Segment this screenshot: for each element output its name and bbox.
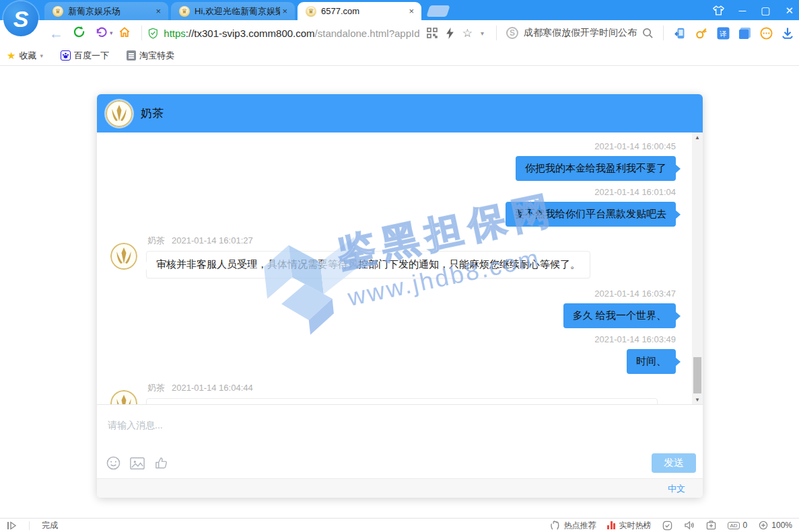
bookmark-baidu[interactable]: 百度一下: [61, 50, 109, 62]
scroll-up-arrow[interactable]: ▲: [692, 132, 703, 142]
language-link[interactable]: 中文: [668, 484, 685, 494]
tab-1[interactable]: ♛ 新葡京娱乐场 ×: [44, 2, 168, 20]
chat-input-area: 发送: [97, 404, 703, 478]
agent-message-bubble: 审核并非客服人员受理，具体情况需要等待风控部门下发的通知，只能麻烦您继续耐心等候…: [146, 251, 590, 278]
search-box[interactable]: S 成都寒假放假开学时间公布: [502, 27, 658, 39]
browser-statusbar: 完成 热点推荐 实时热榜 AD 0 100%: [0, 518, 799, 532]
screenshot-icon[interactable]: [706, 521, 716, 530]
scrollbar-thumb[interactable]: [693, 357, 701, 393]
site-favicon: ♛: [306, 6, 316, 17]
minimize-button[interactable]: ─: [739, 5, 746, 15]
message-timestamp: 2021-01-14 16:00:45: [594, 141, 676, 151]
chat-header: 奶茶: [97, 94, 703, 132]
undo-icon[interactable]: [95, 26, 108, 40]
agent-avatar: [106, 100, 133, 127]
message-timestamp: 2021-01-14 16:03:49: [594, 334, 676, 344]
security-check-icon[interactable]: [662, 521, 672, 531]
site-favicon: ♛: [179, 6, 190, 17]
send-to-phone-icon[interactable]: [674, 27, 687, 40]
clipboard-collect-icon[interactable]: [738, 27, 751, 40]
bookmarks-bar: ★ 收藏 ▾ 百度一下 淘宝特卖: [0, 46, 799, 66]
address-dropdown-caret[interactable]: ▾: [481, 30, 484, 37]
favorites-caret-icon: ▾: [40, 52, 43, 59]
agent-avatar: [110, 390, 137, 404]
tab-title: 6577.com: [321, 6, 407, 16]
star-icon: ★: [7, 50, 15, 62]
agent-name: 奶茶: [141, 106, 164, 121]
tab-title: 新葡京娱乐场: [68, 5, 153, 17]
send-button[interactable]: 发送: [652, 453, 696, 473]
favorite-star-icon[interactable]: ☆: [462, 26, 473, 40]
new-tab-button[interactable]: [426, 5, 450, 17]
agent-avatar: [110, 243, 137, 270]
security-shield-icon: [147, 27, 159, 40]
image-upload-icon[interactable]: [130, 457, 145, 470]
maximize-button[interactable]: ▢: [761, 5, 770, 15]
user-message-group: 2021-01-14 16:03:47 多久 给我一个世界、: [110, 284, 680, 328]
user-message-group: 2021-01-14 16:01:04 要不然我给你们平台黑款发贴吧去: [110, 182, 680, 227]
tab-close-icon[interactable]: ×: [407, 6, 416, 16]
tab-close-icon[interactable]: ×: [280, 6, 289, 16]
search-suggestion-text[interactable]: 成都寒假放假开学时间公布: [524, 27, 637, 39]
agent-message-group: 奶茶2021-01-14 16:04:44 还请您可先行稍作休息，不时可尝试是否…: [110, 381, 680, 404]
bookmark-taobao[interactable]: 淘宝特卖: [127, 50, 174, 62]
message-timestamp: 2021-01-14 16:01:04: [594, 187, 676, 197]
qr-code-icon[interactable]: [427, 28, 438, 38]
user-message-group: 2021-01-14 16:03:49 时间、: [110, 330, 680, 374]
theme-skin-icon[interactable]: [713, 5, 724, 15]
browser-toolbar: ← ▾ https://tx301-svip3.comm800.com/stan…: [0, 20, 799, 46]
user-message-bubble: 你把我的本金给我盈利我不要了: [516, 156, 676, 181]
hot-recommend-toggle[interactable]: 热点推荐: [550, 520, 596, 531]
translate-icon[interactable]: 译: [717, 27, 730, 40]
home-icon[interactable]: [118, 26, 131, 40]
lightning-icon[interactable]: [446, 28, 454, 39]
scroll-down-arrow[interactable]: ▼: [692, 395, 703, 404]
url-text[interactable]: https://tx301-svip3.comm800.com/standalo…: [164, 28, 419, 39]
hand-icon: [550, 521, 560, 530]
svg-text:译: 译: [719, 30, 726, 37]
search-icon[interactable]: [642, 28, 654, 39]
thumbs-up-icon[interactable]: [154, 456, 168, 470]
browser-menu-logo[interactable]: S: [3, 1, 38, 36]
realtime-hot-toggle[interactable]: 实时热榜: [607, 520, 651, 531]
message-input[interactable]: [97, 405, 703, 445]
back-icon[interactable]: ←: [49, 26, 63, 40]
site-favicon: ♛: [53, 6, 63, 17]
address-bar[interactable]: https://tx301-svip3.comm800.com/standalo…: [147, 26, 491, 40]
refresh-icon[interactable]: [73, 26, 85, 40]
download-icon[interactable]: [781, 27, 794, 40]
tab-strip: ♛ 新葡京娱乐场 × ♛ Hi,欢迎光临新葡京娱樂 × ♛ 6577.com ×: [44, 0, 448, 20]
message-timestamp: 2021-01-14 16:03:47: [594, 289, 676, 299]
emoji-icon[interactable]: [106, 456, 120, 470]
undo-dropdown-caret[interactable]: ▾: [110, 30, 113, 36]
more-tools-icon[interactable]: [760, 27, 773, 40]
document-icon: [127, 50, 136, 61]
chat-footer: 中文: [97, 478, 703, 498]
speaker-icon[interactable]: [684, 521, 695, 530]
user-message-group: 2021-01-14 16:00:45 你把我的本金给我盈利我不要了: [110, 137, 680, 181]
password-key-icon[interactable]: [695, 27, 708, 39]
tab-title: Hi,欢迎光临新葡京娱樂: [195, 5, 280, 17]
user-message-bubble: 多久 给我一个世界、: [563, 303, 676, 328]
close-window-button[interactable]: ✕: [785, 5, 794, 15]
agent-name-time: 奶茶2021-01-14 16:04:44: [147, 382, 658, 394]
favorites-menu[interactable]: ★ 收藏 ▾: [7, 50, 43, 62]
chat-scrollbar[interactable]: ▲ ▼: [692, 132, 703, 404]
user-message-bubble: 时间、: [627, 349, 676, 374]
zoom-plus-icon: [759, 521, 768, 530]
bookmark-label: 百度一下: [74, 50, 109, 62]
page-status-text: 完成: [42, 520, 58, 531]
tab-close-icon[interactable]: ×: [153, 6, 163, 16]
zoom-control[interactable]: 100%: [759, 521, 792, 530]
agent-message-bubble: 还请您可先行稍作休息，不时可尝试是否能正常登入，如果能登入代表已经审查结束，如果…: [146, 398, 658, 404]
ad-icon: AD: [728, 522, 739, 529]
bookmark-label: 淘宝特卖: [139, 50, 174, 62]
message-area: 2021-01-14 16:00:45 你把我的本金给我盈利我不要了 2021-…: [97, 132, 703, 404]
agent-name-time: 奶茶2021-01-14 16:01:27: [147, 235, 590, 247]
ad-block-counter[interactable]: AD 0: [728, 521, 747, 530]
tab-2[interactable]: ♛ Hi,欢迎光临新葡京娱樂 ×: [171, 2, 295, 20]
tab-3-active[interactable]: ♛ 6577.com ×: [298, 2, 421, 20]
baidu-paw-icon: [61, 50, 71, 61]
sogou-search-icon: S: [506, 27, 518, 39]
sidebar-toggle-icon[interactable]: [7, 521, 17, 530]
